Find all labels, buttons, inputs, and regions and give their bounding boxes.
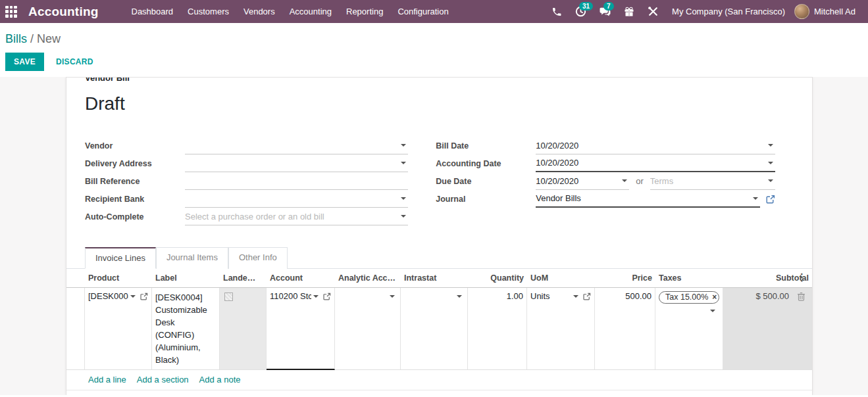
chevron-down-icon[interactable] — [457, 295, 462, 298]
notebook-tabs: Invoice Lines Journal Items Other Info — [66, 247, 812, 269]
col-account[interactable]: Account — [267, 273, 335, 283]
company-switcher[interactable]: My Company (San Francisco) — [672, 7, 785, 16]
chevron-down-icon[interactable] — [753, 197, 758, 200]
field-vendor: Vendor — [85, 137, 408, 154]
user-menu[interactable]: Mitchell Ad — [814, 7, 861, 16]
save-button[interactable]: SAVE — [5, 53, 44, 71]
chevron-down-icon[interactable] — [768, 144, 773, 147]
add-a-note-link[interactable]: Add a note — [199, 375, 241, 385]
trash-icon[interactable] — [797, 292, 805, 303]
chevron-down-icon[interactable] — [313, 295, 319, 298]
recipient-bank-input[interactable] — [185, 190, 408, 208]
analytic-account-cell[interactable] — [335, 288, 401, 369]
label-cell[interactable]: [DESK0004] Customizable Desk (CONFIG) (A… — [152, 288, 220, 369]
chevron-down-icon[interactable] — [401, 197, 406, 200]
chevron-down-icon[interactable] — [573, 295, 578, 298]
delivery-address-input[interactable] — [185, 154, 408, 172]
journal-label: Journal — [436, 195, 536, 204]
add-a-section-link[interactable]: Add a section — [137, 375, 189, 385]
or-label: or — [636, 176, 644, 186]
nav-reporting[interactable]: Reporting — [340, 1, 389, 22]
accounting-date-input[interactable]: 10/20/2020 — [536, 154, 775, 172]
vendor-input[interactable] — [185, 137, 408, 154]
list-footer-links: Add a line Add a section Add a note — [66, 370, 812, 390]
col-label[interactable]: Label — [152, 273, 220, 283]
row-handle-cell[interactable] — [66, 288, 85, 369]
bill-reference-label: Bill Reference — [85, 177, 185, 186]
chevron-down-icon[interactable] — [401, 162, 406, 164]
landed-costs-cell — [220, 288, 267, 369]
col-uom[interactable]: UoM — [527, 273, 595, 283]
breadcrumb-bills-link[interactable]: Bills — [5, 32, 27, 45]
activities-icon[interactable]: 31 — [569, 2, 593, 21]
add-a-line-link[interactable]: Add a line — [88, 375, 126, 385]
chevron-down-icon[interactable] — [401, 215, 406, 218]
external-link-icon[interactable] — [583, 292, 591, 300]
col-landed-costs[interactable]: Lande… — [220, 273, 267, 283]
gift-icon[interactable] — [617, 3, 641, 21]
col-price[interactable]: Price — [595, 273, 655, 283]
control-panel-buttons: SAVE DISCARD — [0, 46, 868, 77]
chevron-down-icon[interactable] — [622, 179, 627, 182]
subtotal-cell: $ 500.00 — [723, 288, 812, 369]
main-menu: Dashboard Customers Vendors Accounting R… — [126, 1, 455, 22]
product-cell[interactable]: [DESK0004 — [85, 288, 152, 369]
form-sheet: Vendor Bill Draft Vendor Delivery Addres… — [66, 77, 813, 395]
nav-vendors[interactable]: Vendors — [238, 1, 281, 22]
intrastat-cell[interactable] — [401, 288, 468, 369]
col-quantity[interactable]: Quantity — [468, 273, 527, 283]
chevron-down-icon[interactable] — [768, 179, 773, 182]
tools-icon[interactable] — [641, 2, 665, 21]
tab-invoice-lines[interactable]: Invoice Lines — [85, 247, 156, 269]
field-bill-date: Bill Date 10/20/2020 — [436, 137, 775, 154]
discard-button[interactable]: DISCARD — [49, 53, 100, 71]
vendor-label: Vendor — [85, 141, 185, 151]
chevron-down-icon[interactable] — [768, 162, 773, 164]
payment-terms-input[interactable]: Terms — [650, 172, 775, 190]
tab-journal-items[interactable]: Journal Items — [156, 247, 228, 269]
col-product[interactable]: Product — [85, 273, 152, 283]
bill-date-input[interactable]: 10/20/2020 — [536, 137, 775, 154]
remove-tax-icon[interactable]: × — [712, 292, 717, 302]
journal-input[interactable]: Vendor Bills — [536, 190, 760, 208]
chevron-down-icon[interactable] — [390, 295, 395, 298]
nav-accounting[interactable]: Accounting — [284, 1, 338, 22]
field-accounting-date: Accounting Date 10/20/2020 — [436, 154, 775, 172]
col-taxes[interactable]: Taxes — [655, 273, 723, 283]
external-link-icon[interactable] — [140, 292, 148, 300]
external-link-icon[interactable] — [766, 195, 775, 204]
uom-cell[interactable]: Units — [527, 288, 595, 369]
apps-menu-icon[interactable] — [5, 6, 17, 18]
optional-columns-icon[interactable]: ⋮ — [794, 271, 810, 283]
external-link-icon[interactable] — [323, 292, 331, 300]
field-bill-reference: Bill Reference — [85, 172, 408, 190]
user-avatar[interactable] — [794, 4, 809, 19]
col-intrastat[interactable]: Intrastat — [401, 273, 468, 283]
field-journal: Journal Vendor Bills — [436, 190, 775, 208]
chevron-down-icon[interactable] — [710, 310, 715, 312]
nav-configuration[interactable]: Configuration — [392, 1, 454, 22]
phone-icon[interactable] — [545, 3, 569, 21]
tab-other-info[interactable]: Other Info — [228, 247, 288, 269]
app-title[interactable]: Accounting — [28, 5, 99, 19]
field-due-date: Due Date 10/20/2020 or Terms — [436, 172, 775, 190]
bill-reference-input[interactable] — [185, 172, 408, 190]
due-date-label: Due Date — [436, 177, 536, 186]
auto-complete-label: Auto-Complete — [85, 212, 185, 222]
taxes-cell[interactable]: Tax 15.00% × — [655, 288, 723, 369]
chevron-down-icon[interactable] — [130, 295, 136, 298]
account-cell[interactable]: 110200 Stc — [267, 288, 335, 370]
nav-customers[interactable]: Customers — [182, 1, 235, 22]
left-field-group: Vendor Delivery Address Bill Reference — [85, 137, 408, 225]
chevron-down-icon[interactable] — [401, 144, 406, 147]
landed-costs-checkbox[interactable] — [224, 292, 233, 301]
tax-tag[interactable]: Tax 15.00% × — [659, 291, 719, 304]
auto-complete-input[interactable]: Select a purchase order or an old bill — [185, 208, 408, 225]
messages-icon[interactable]: 7 — [593, 2, 617, 21]
due-date-input[interactable]: 10/20/2020 — [536, 172, 629, 190]
field-recipient-bank: Recipient Bank — [85, 190, 408, 208]
price-cell[interactable]: 500.00 — [595, 288, 655, 369]
quantity-cell[interactable]: 1.00 — [468, 288, 527, 369]
nav-dashboard[interactable]: Dashboard — [126, 1, 180, 22]
col-analytic-account[interactable]: Analytic Acc… — [335, 273, 401, 283]
